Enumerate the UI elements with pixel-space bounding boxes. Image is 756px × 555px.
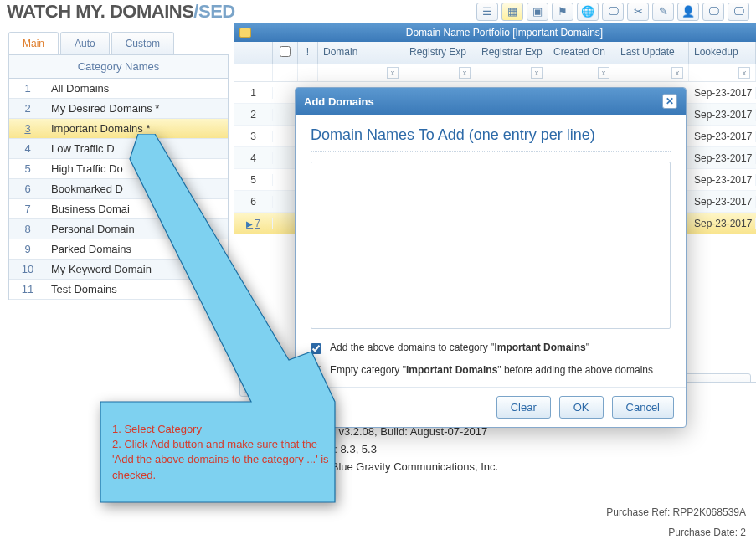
callout-line1: 1. Select Category — [112, 422, 330, 437]
clear-filter-icon[interactable]: x — [738, 67, 750, 79]
clear-filter-icon[interactable]: x — [531, 67, 543, 79]
select-all-checkbox[interactable] — [280, 46, 291, 57]
dialog-footer: Clear OK Cancel — [296, 387, 686, 427]
sidebar-tabstrip: Main Auto Custom — [8, 32, 229, 55]
grid-header-row: ! Domain Registry Exp Registrar Exp Crea… — [234, 42, 756, 64]
clear-filter-icon[interactable]: x — [459, 67, 471, 79]
clear-filter-icon[interactable]: x — [598, 67, 609, 79]
tab-auto[interactable]: Auto — [60, 32, 110, 54]
grid-col-registry-exp[interactable]: Registry Exp — [404, 42, 476, 64]
tab-custom[interactable]: Custom — [111, 32, 174, 54]
add-to-category-label: Add the above domains to category "Impor… — [330, 342, 589, 353]
toolbar-icon-globe[interactable]: 🌐 — [577, 3, 599, 21]
domains-textarea[interactable] — [311, 162, 671, 329]
dialog-heading: Domain Names To Add (one entry per line) — [311, 126, 671, 152]
clear-filter-icon[interactable]: x — [387, 67, 399, 79]
category-row[interactable]: 1All Domains — [9, 79, 228, 99]
folder-icon — [239, 28, 251, 38]
add-domains-dialog: Add Domains ✕ Domain Names To Add (one e… — [295, 87, 687, 428]
callout-line2: 2. Click Add button and make sure that t… — [112, 437, 330, 483]
cancel-button[interactable]: Cancel — [612, 396, 674, 419]
clear-button[interactable]: Clear — [496, 396, 551, 419]
instruction-callout: 1. Select Category 2. Click Add button a… — [92, 134, 343, 513]
toolbar-icon-grid[interactable]: ▦ — [501, 3, 523, 21]
category-header: Category Names — [8, 55, 229, 79]
toolbar-icon-network[interactable]: ✂ — [627, 3, 649, 21]
category-row[interactable]: 2My Desired Domains * — [9, 99, 228, 119]
toolbar-icon-flag[interactable]: ⚑ — [552, 3, 573, 21]
dialog-titlebar[interactable]: Add Domains ✕ — [296, 88, 686, 115]
app-brand: WATCH MY. DOMAINS/SED — [7, 1, 235, 23]
grid-col-bang[interactable]: ! — [298, 42, 318, 64]
portfolio-header: Domain Name Portfolio [Important Domains… — [234, 23, 756, 42]
app-titlebar: WATCH MY. DOMAINS/SED ☰ ▦ ▣ ⚑ 🌐 🖵 ✂ ✎ 👤 … — [0, 0, 756, 23]
toolbar-icon-edit[interactable]: ✎ — [652, 3, 674, 21]
grid-col-last-update[interactable]: Last Update — [615, 42, 689, 64]
toolbar-icon-monitor3[interactable]: 🖵 — [728, 3, 749, 21]
toolbar-icon-user[interactable]: 👤 — [677, 3, 699, 21]
grid-filter-row: x x x x x x — [234, 64, 756, 82]
clear-filter-icon[interactable]: x — [671, 67, 683, 79]
ok-button[interactable]: OK — [559, 396, 604, 419]
grid-col-registrar-exp[interactable]: Registrar Exp — [476, 42, 548, 64]
grid-col-created[interactable]: Created On — [548, 42, 615, 64]
grid-col-domain[interactable]: Domain — [318, 42, 404, 64]
toolbar-icon-view[interactable]: ▣ — [527, 3, 548, 21]
portfolio-title: Domain Name Portfolio [Important Domains… — [258, 27, 751, 39]
empty-category-label: Empty category "Important Domains" befor… — [330, 364, 653, 376]
toolbar-icon-list[interactable]: ☰ — [476, 3, 498, 21]
grid-col-checkbox[interactable] — [273, 42, 298, 64]
tab-main[interactable]: Main — [8, 32, 59, 54]
close-icon[interactable]: ✕ — [662, 94, 677, 109]
grid-col-lookedup[interactable]: Lookedup — [689, 42, 756, 64]
toolbar-icon-monitor1[interactable]: 🖵 — [602, 3, 624, 21]
toolbar-icon-monitor2[interactable]: 🖵 — [702, 3, 724, 21]
dialog-title: Add Domains — [304, 95, 374, 108]
